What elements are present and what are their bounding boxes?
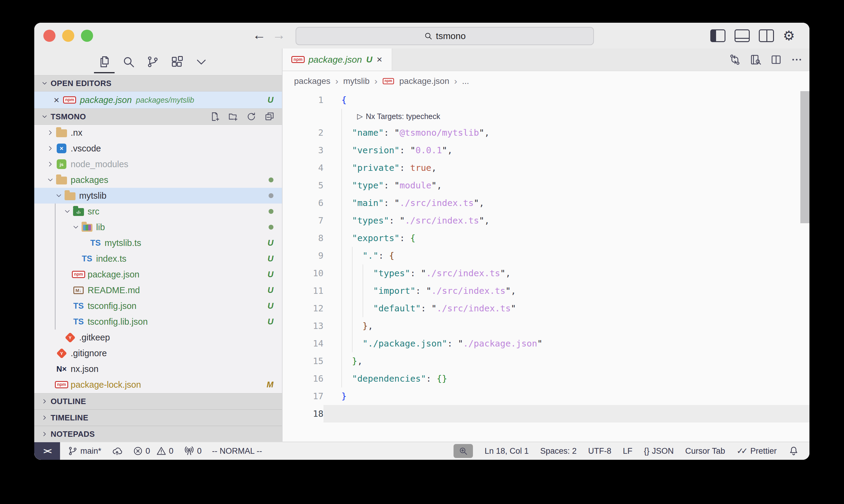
close-tab-icon[interactable]: × bbox=[377, 54, 382, 65]
indentation-status[interactable]: Spaces: 2 bbox=[540, 447, 576, 456]
code-line-5[interactable]: 5 "type": "module", bbox=[282, 177, 809, 194]
explorer-icon[interactable] bbox=[98, 55, 111, 69]
settings-gear-icon[interactable]: ⚙ bbox=[783, 29, 795, 42]
notepads-header[interactable]: NOTEPADS bbox=[34, 426, 282, 442]
timeline-label: TIMELINE bbox=[51, 413, 88, 422]
line-content: }, bbox=[324, 321, 809, 331]
workspace-header[interactable]: TSMONO bbox=[34, 108, 282, 125]
cursor-tab-status[interactable]: Cursor Tab bbox=[685, 447, 725, 456]
line-content: "name": "@tsmono/mytslib", bbox=[324, 127, 809, 138]
tree-item-index-ts[interactable]: TSindex.tsU bbox=[34, 251, 282, 267]
tree-item-mytslib[interactable]: mytslib bbox=[34, 188, 282, 203]
tree-item-nx-json[interactable]: N×nx.json bbox=[34, 361, 282, 377]
code-line-11[interactable]: 11 "import": "./src/index.ts", bbox=[282, 282, 809, 300]
tree-item-lib[interactable]: lib bbox=[34, 219, 282, 235]
tab-package-json[interactable]: npm package.json U × bbox=[282, 49, 392, 71]
minimize-window-button[interactable] bbox=[62, 30, 74, 42]
extensions-icon[interactable] bbox=[170, 55, 184, 69]
git-branch-status[interactable]: main* bbox=[68, 446, 101, 456]
remote-indicator[interactable]: >< bbox=[34, 442, 60, 460]
refresh-icon[interactable] bbox=[246, 111, 257, 122]
ports-status[interactable]: 0 bbox=[184, 446, 202, 456]
encoding-status[interactable]: UTF-8 bbox=[588, 447, 612, 456]
eol-status[interactable]: LF bbox=[623, 447, 633, 456]
cursor-position-status[interactable]: Ln 18, Col 1 bbox=[484, 447, 529, 456]
navigate-back-button[interactable]: ← bbox=[253, 28, 266, 41]
search-icon bbox=[424, 32, 433, 41]
codelens-nx-targets[interactable]: ▷Nx Targets: typecheck bbox=[282, 109, 809, 124]
code-line-18[interactable]: 18 bbox=[282, 405, 809, 422]
toggle-primary-sidebar-icon[interactable] bbox=[710, 30, 725, 42]
search-editor-icon[interactable] bbox=[750, 54, 761, 66]
line-content: } bbox=[324, 391, 809, 401]
tree-item-package-json[interactable]: npmpackage.jsonU bbox=[34, 267, 282, 282]
collapse-all-icon[interactable] bbox=[264, 111, 275, 122]
breadcrumb-file[interactable]: package.json bbox=[399, 76, 449, 86]
toggle-panel-icon[interactable] bbox=[735, 30, 750, 42]
breadcrumb-symbol[interactable]: ... bbox=[462, 76, 469, 86]
more-views-chevron-icon[interactable] bbox=[195, 55, 208, 69]
timeline-header[interactable]: TIMELINE bbox=[34, 410, 282, 426]
code-line-7[interactable]: 7 "types": "./src/index.ts", bbox=[282, 212, 809, 229]
command-center-search[interactable]: tsmono bbox=[296, 27, 594, 45]
tree-item-src[interactable]: src bbox=[34, 203, 282, 219]
tree-item-package-lock-json[interactable]: npmpackage-lock.jsonM bbox=[34, 377, 282, 393]
tree-item-mytslib-ts[interactable]: TSmytslib.tsU bbox=[34, 235, 282, 251]
split-editor-icon[interactable] bbox=[770, 54, 782, 66]
tree-item-node-modules[interactable]: jsnode_modules bbox=[34, 156, 282, 172]
vim-mode-indicator[interactable]: -- NORMAL -- bbox=[212, 447, 262, 456]
chevron-right-icon bbox=[45, 129, 55, 137]
code-line-12[interactable]: 12 "default": "./src/index.ts" bbox=[282, 300, 809, 317]
source-control-icon[interactable] bbox=[146, 55, 159, 69]
close-editor-icon[interactable]: × bbox=[54, 94, 59, 106]
code-line-9[interactable]: 9 ".": { bbox=[282, 247, 809, 265]
new-file-icon[interactable] bbox=[210, 111, 220, 122]
open-editor-entry[interactable]: × npm package.json packages/mytslib U bbox=[34, 91, 282, 108]
ts-icon: TS bbox=[72, 301, 85, 311]
tree-item-gitignore[interactable]: Y.gitignore bbox=[34, 345, 282, 361]
code-line-6[interactable]: 6 "main": "./src/index.ts", bbox=[282, 194, 809, 212]
code-editor[interactable]: 1{▷Nx Targets: typecheck2 "name": "@tsmo… bbox=[282, 91, 809, 442]
breadcrumb-mytslib[interactable]: mytslib bbox=[343, 76, 369, 86]
code-line-3[interactable]: 3 "version": "0.0.1", bbox=[282, 141, 809, 159]
code-line-4[interactable]: 4 "private": true, bbox=[282, 159, 809, 177]
notifications-bell-icon[interactable] bbox=[788, 446, 799, 456]
tree-item-README-md[interactable]: M↓README.mdU bbox=[34, 282, 282, 298]
more-actions-icon[interactable] bbox=[791, 54, 803, 66]
navigate-forward-button[interactable]: → bbox=[272, 28, 286, 41]
problems-status[interactable]: 0 0 bbox=[133, 446, 173, 456]
code-line-17[interactable]: 17} bbox=[282, 388, 809, 405]
tree-item-tsconfig-lib-json[interactable]: TStsconfig.lib.jsonU bbox=[34, 314, 282, 329]
breadcrumb-separator: › bbox=[335, 76, 338, 86]
code-line-16[interactable]: 16 "dependencies": {} bbox=[282, 370, 809, 388]
code-line-1[interactable]: 1{ bbox=[282, 91, 809, 109]
search-view-icon[interactable] bbox=[122, 55, 135, 69]
code-line-10[interactable]: 10 "types": "./src/index.ts", bbox=[282, 265, 809, 282]
close-window-button[interactable] bbox=[44, 30, 55, 42]
open-editors-header[interactable]: OPEN EDITORS bbox=[34, 75, 282, 91]
tree-item-vscode[interactable]: ✕.vscode bbox=[34, 141, 282, 156]
open-changes-icon[interactable] bbox=[729, 54, 741, 66]
editor-scrollbar[interactable] bbox=[800, 91, 809, 223]
tree-item-packages[interactable]: packages bbox=[34, 172, 282, 188]
new-folder-icon[interactable] bbox=[228, 111, 238, 122]
language-mode-status[interactable]: {} JSON bbox=[644, 447, 674, 456]
breadcrumb-packages[interactable]: packages bbox=[294, 76, 330, 86]
git-branch-icon bbox=[68, 446, 78, 456]
npm-icon: npm bbox=[72, 269, 85, 280]
code-line-14[interactable]: 14 "./package.json": "./package.json" bbox=[282, 335, 809, 352]
tree-item-tsconfig-json[interactable]: TStsconfig.jsonU bbox=[34, 298, 282, 314]
zoom-indicator[interactable] bbox=[453, 444, 473, 458]
code-line-8[interactable]: 8 "exports": { bbox=[282, 229, 809, 247]
sync-changes-button[interactable] bbox=[111, 446, 122, 456]
code-line-15[interactable]: 15 }, bbox=[282, 352, 809, 370]
tree-item-nx[interactable]: .nx bbox=[34, 125, 282, 141]
formatter-status[interactable]: ✓✓ Prettier bbox=[737, 446, 777, 456]
zoom-window-button[interactable] bbox=[81, 30, 93, 42]
code-line-13[interactable]: 13 }, bbox=[282, 317, 809, 335]
toggle-secondary-sidebar-icon[interactable] bbox=[759, 30, 774, 42]
tree-item-gitkeep[interactable]: Y.gitkeep bbox=[34, 329, 282, 345]
outline-header[interactable]: OUTLINE bbox=[34, 393, 282, 410]
breadcrumb-separator: › bbox=[374, 76, 377, 86]
code-line-2[interactable]: 2 "name": "@tsmono/mytslib", bbox=[282, 124, 809, 141]
